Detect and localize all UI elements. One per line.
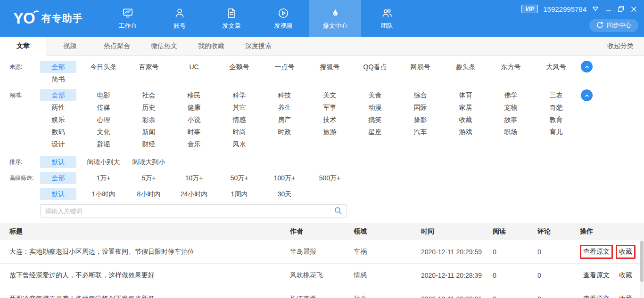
read-count-filter-chip[interactable]: 500万+ [312, 172, 348, 184]
field-filter-chip[interactable]: 时尚 [221, 126, 257, 138]
read-count-filter-chip[interactable]: 100万+ [266, 172, 303, 184]
sort-filter-chip[interactable]: 阅读小到大 [85, 156, 122, 168]
collapse-source-button[interactable] [581, 61, 593, 72]
sync-center-button[interactable]: 同步中心 [589, 19, 638, 32]
field-filter-chip[interactable]: 传媒 [85, 101, 122, 113]
field-filter-chip[interactable]: 综合 [402, 89, 438, 101]
tab-deep-search[interactable]: 深度搜索 [235, 37, 282, 56]
field-filter-chip[interactable]: 收藏 [447, 113, 484, 126]
field-filter-chip[interactable]: 两性 [40, 101, 76, 113]
field-filter-chip[interactable]: 房产 [266, 113, 303, 126]
dropdown-caret-icon[interactable] [592, 5, 599, 13]
field-filter-chip[interactable]: 宠物 [493, 101, 529, 113]
time-range-filter-chip[interactable]: 1周内 [221, 188, 257, 200]
favorite-link[interactable]: 收藏 [616, 268, 636, 282]
field-filter-chip[interactable]: 数码 [40, 126, 76, 138]
field-filter-chip[interactable]: 家居 [447, 101, 484, 113]
tab-articles[interactable]: 文章 [0, 37, 46, 56]
source-filter-chip[interactable]: UC [176, 61, 212, 73]
field-filter-chip[interactable]: 移民 [176, 89, 212, 101]
field-filter-chip[interactable]: 心理 [85, 113, 122, 126]
field-filter-chip[interactable]: 摄影 [402, 113, 438, 126]
favorite-link[interactable]: 收藏 [616, 292, 636, 298]
field-filter-chip[interactable]: 全部 [40, 89, 76, 101]
source-filter-chip[interactable]: 趣头条 [447, 61, 484, 73]
read-count-filter-chip[interactable]: 5万+ [131, 172, 167, 184]
nav-item-publish-video[interactable]: 发视频 [257, 0, 309, 37]
field-filter-chip[interactable]: 育儿 [538, 126, 574, 138]
field-filter-chip[interactable]: 三农 [538, 89, 574, 101]
time-range-filter-chip[interactable]: 8小时内 [131, 188, 167, 200]
read-count-filter-chip[interactable]: 1万+ [85, 172, 122, 184]
field-filter-chip[interactable]: 动漫 [357, 101, 393, 113]
source-filter-chip[interactable]: 网易号 [402, 61, 438, 73]
field-filter-chip[interactable]: 辟谣 [85, 138, 122, 150]
collapse-categories-link[interactable]: 收起分类 [607, 42, 644, 50]
source-filter-chip[interactable]: 东方号 [493, 61, 529, 73]
field-filter-chip[interactable]: 搞笑 [357, 113, 393, 126]
field-filter-chip[interactable]: 美文 [312, 89, 348, 101]
source-filter-chip[interactable]: 百家号 [131, 61, 167, 73]
source-filter-chip[interactable]: 今日头条 [85, 61, 122, 73]
restore-icon[interactable] [617, 5, 625, 13]
tab-my-favorites[interactable]: 我的收藏 [188, 37, 235, 56]
field-filter-chip[interactable]: 教育 [538, 113, 574, 126]
source-filter-chip[interactable]: 全部 [40, 61, 76, 73]
field-filter-chip[interactable]: 体育 [447, 89, 484, 101]
field-filter-chip[interactable]: 电影 [85, 89, 122, 101]
field-filter-chip[interactable]: 历史 [131, 101, 167, 113]
time-range-filter-chip[interactable]: 24小时内 [176, 188, 212, 200]
nav-item-account[interactable]: 账号 [154, 0, 206, 37]
source-filter-chip[interactable]: 搜狐号 [312, 61, 348, 73]
read-count-filter-chip[interactable]: 50万+ [221, 172, 257, 184]
field-filter-chip[interactable]: 职场 [493, 126, 529, 138]
field-filter-chip[interactable]: 健康 [176, 101, 212, 113]
field-filter-chip[interactable]: 故事 [493, 113, 529, 126]
search-input[interactable] [40, 204, 347, 217]
field-filter-chip[interactable]: 游戏 [447, 126, 484, 138]
tab-hot-topics[interactable]: 热点聚合 [93, 37, 140, 56]
read-count-filter-chip[interactable]: 全部 [40, 172, 76, 184]
sort-filter-chip[interactable]: 默认 [40, 156, 76, 168]
field-filter-chip[interactable]: 科学 [221, 89, 257, 101]
view-original-link[interactable]: 查看原文 [580, 245, 613, 259]
field-filter-chip[interactable]: 国际 [402, 101, 438, 113]
tab-videos[interactable]: 视频 [46, 37, 93, 56]
field-filter-chip[interactable]: 养生 [266, 101, 303, 113]
source-filter-chip[interactable]: 大风号 [538, 61, 574, 73]
field-filter-chip[interactable]: 情感 [221, 113, 257, 126]
field-filter-chip[interactable]: 财经 [131, 138, 167, 150]
field-filter-chip[interactable]: 风水 [221, 138, 257, 150]
field-filter-chip[interactable]: 奇葩 [538, 101, 574, 113]
source-filter-chip[interactable]: 企鹅号 [221, 61, 257, 73]
tab-wechat-hot[interactable]: 微信热文 [140, 37, 188, 56]
field-filter-chip[interactable]: 时政 [266, 126, 303, 138]
field-filter-chip[interactable]: 音乐 [176, 138, 212, 150]
field-filter-chip[interactable]: 佛学 [493, 89, 529, 101]
view-original-link[interactable]: 查看原文 [580, 268, 613, 282]
field-filter-chip[interactable]: 社会 [131, 89, 167, 101]
collapse-field-button[interactable] [581, 89, 593, 101]
field-filter-chip[interactable]: 汽车 [402, 126, 438, 138]
field-filter-chip[interactable]: 文化 [85, 126, 122, 138]
field-filter-chip[interactable]: 时事 [176, 126, 212, 138]
nav-item-publish-article[interactable]: 发文章 [206, 0, 257, 37]
time-range-filter-chip[interactable]: 默认 [40, 188, 76, 200]
favorite-link[interactable]: 收藏 [616, 245, 636, 259]
vertical-scrollbar[interactable] [640, 241, 644, 298]
source-filter-chip[interactable]: 一点号 [266, 61, 303, 73]
time-range-filter-chip[interactable]: 30天 [266, 188, 303, 200]
field-filter-chip[interactable]: 娱乐 [40, 113, 76, 126]
minimize-icon[interactable] [604, 5, 612, 13]
field-filter-chip[interactable]: 旅游 [312, 126, 348, 138]
field-filter-chip[interactable]: 星座 [357, 126, 393, 138]
close-icon[interactable] [630, 5, 637, 13]
search-icon[interactable] [334, 207, 342, 217]
source-filter-chip[interactable]: QQ看点 [357, 61, 393, 73]
field-filter-chip[interactable]: 美食 [357, 89, 393, 101]
field-filter-chip[interactable]: 其它 [221, 101, 257, 113]
nav-item-hot-article-center[interactable]: 爆文中心 [309, 0, 361, 37]
field-filter-chip[interactable]: 技术 [312, 113, 348, 126]
field-filter-chip[interactable]: 设计 [40, 138, 76, 150]
time-range-filter-chip[interactable]: 1小时内 [85, 188, 122, 200]
